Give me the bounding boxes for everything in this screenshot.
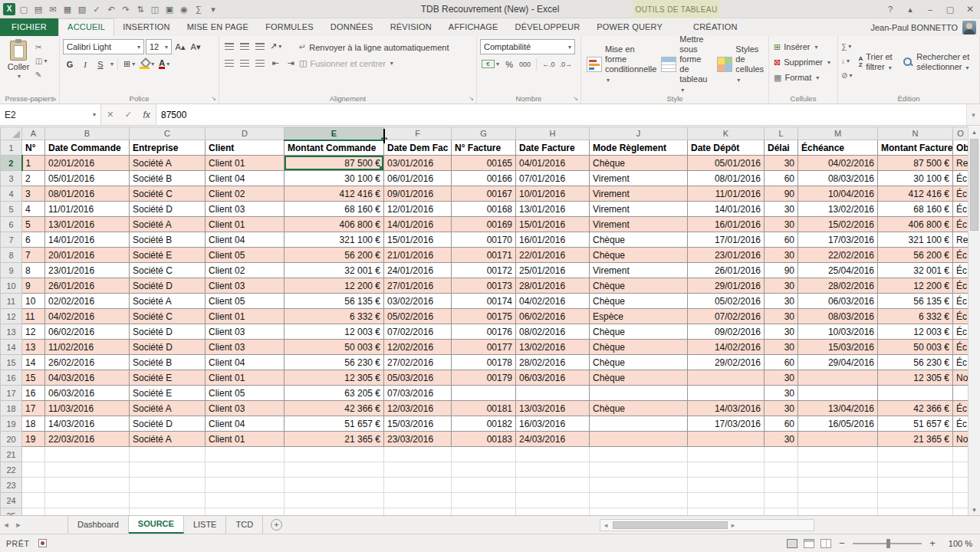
- increase-decimal-button[interactable]: ←.0: [541, 57, 557, 71]
- cell-O23[interactable]: [953, 478, 968, 493]
- cell-H15[interactable]: 28/02/2016: [516, 355, 590, 370]
- form-icon[interactable]: ▣: [163, 3, 176, 15]
- cell-C6[interactable]: Société A: [130, 217, 206, 232]
- row-header-12[interactable]: 12: [1, 309, 22, 324]
- cell-M17[interactable]: [798, 386, 878, 401]
- cell-C7[interactable]: Société B: [130, 232, 206, 248]
- cell-N19[interactable]: 51 657 €: [878, 416, 953, 432]
- cell-D18[interactable]: Client 03: [206, 401, 284, 416]
- cell-K1[interactable]: Date Dépôt: [688, 140, 765, 156]
- cell-F3[interactable]: 06/01/2016: [384, 171, 452, 186]
- cell-O3[interactable]: Éc: [953, 171, 968, 186]
- cell-J7[interactable]: Chèque: [590, 232, 688, 248]
- cell-D7[interactable]: Client 04: [206, 232, 284, 248]
- cell-F12[interactable]: 05/02/2016: [384, 309, 452, 324]
- cell-D24[interactable]: [206, 493, 284, 508]
- sheet-tab-tcd[interactable]: TCD: [226, 516, 263, 534]
- align-bottom-button[interactable]: [253, 39, 267, 54]
- grow-font-button[interactable]: A▴: [173, 40, 187, 54]
- cell-J23[interactable]: [590, 478, 688, 493]
- row-header-10[interactable]: 10: [1, 278, 22, 294]
- column-header-C[interactable]: C: [130, 127, 206, 140]
- cell-G13[interactable]: 00176: [452, 324, 516, 340]
- cell-K23[interactable]: [688, 478, 765, 493]
- new-sheet-button[interactable]: +: [271, 519, 282, 531]
- column-header-O[interactable]: O: [953, 127, 968, 140]
- sheet-tab-dashboard[interactable]: Dashboard: [67, 516, 129, 534]
- cell-L9[interactable]: 90: [765, 263, 798, 278]
- column-header-N[interactable]: N: [878, 127, 953, 140]
- cell-M23[interactable]: [798, 478, 878, 493]
- help-button[interactable]: ?: [880, 0, 900, 18]
- row-header-13[interactable]: 13: [1, 324, 22, 340]
- cell-C5[interactable]: Société D: [130, 202, 206, 217]
- tab-formules[interactable]: FORMULES: [257, 18, 322, 36]
- cell-H17[interactable]: [516, 386, 590, 401]
- cell-M12[interactable]: 08/03/2016: [798, 309, 878, 324]
- row-header-3[interactable]: 3: [1, 171, 22, 186]
- cell-E2[interactable]: 87 500 €: [284, 156, 384, 171]
- cell-H16[interactable]: 06/03/2016: [516, 370, 590, 386]
- cell-N9[interactable]: 32 001 €: [878, 263, 953, 278]
- cell-J3[interactable]: Virement: [590, 171, 688, 186]
- comma-style-button[interactable]: 000: [518, 57, 532, 71]
- cell-E10[interactable]: 12 200 €: [284, 278, 384, 294]
- restore-button[interactable]: ▢: [940, 0, 960, 18]
- cell-H21[interactable]: [516, 447, 590, 462]
- italic-button[interactable]: I: [78, 57, 92, 71]
- cell-B3[interactable]: 05/01/2016: [45, 171, 130, 186]
- cell-C25[interactable]: [130, 508, 206, 516]
- cell-B10[interactable]: 26/01/2016: [45, 278, 130, 294]
- wrap-text-button[interactable]: ↵ Renvoyer à la ligne automatiquement: [299, 39, 449, 55]
- cell-G9[interactable]: 00172: [452, 263, 516, 278]
- cell-A25[interactable]: [22, 508, 45, 516]
- cell-F24[interactable]: [384, 493, 452, 508]
- cell-M2[interactable]: 04/02/2016: [798, 156, 878, 171]
- cell-G10[interactable]: 00173: [452, 278, 516, 294]
- cell-O19[interactable]: Éc: [953, 416, 968, 432]
- cell-J2[interactable]: Chèque: [590, 156, 688, 171]
- cell-J19[interactable]: [590, 416, 688, 432]
- merge-center-button[interactable]: ◫ Fusionner et centrer ▾: [299, 55, 449, 71]
- enter-button[interactable]: ✓: [125, 110, 132, 120]
- cell-L22[interactable]: [765, 462, 798, 478]
- cell-C12[interactable]: Société C: [130, 309, 206, 324]
- cell-B14[interactable]: 11/02/2016: [45, 340, 130, 355]
- row-header-5[interactable]: 5: [1, 202, 22, 217]
- cell-N20[interactable]: 21 365 €: [878, 432, 953, 447]
- zoom-in-button[interactable]: +: [928, 537, 937, 549]
- cell-M1[interactable]: Échéance: [798, 140, 878, 156]
- cell-J17[interactable]: [590, 386, 688, 401]
- row-header-17[interactable]: 17: [1, 386, 22, 401]
- cell-N21[interactable]: [878, 447, 953, 462]
- cell-E23[interactable]: [284, 478, 384, 493]
- autosum-button[interactable]: ∑▾: [841, 41, 853, 52]
- column-header-M[interactable]: M: [798, 127, 878, 140]
- qat-customize-icon[interactable]: ▾: [207, 3, 219, 15]
- cell-O21[interactable]: [953, 447, 968, 462]
- horizontal-scroll-thumb[interactable]: [613, 521, 728, 529]
- cell-G23[interactable]: [452, 478, 516, 493]
- cell-L23[interactable]: [765, 478, 798, 493]
- cell-F7[interactable]: 15/01/2016: [384, 232, 452, 248]
- cell-D8[interactable]: Client 05: [206, 248, 284, 263]
- copy-button[interactable]: ◫▾: [35, 55, 47, 67]
- horizontal-scrollbar[interactable]: ◂ ▸: [600, 519, 814, 531]
- cell-G4[interactable]: 00167: [452, 186, 516, 202]
- cell-H10[interactable]: 28/01/2016: [516, 278, 590, 294]
- row-header-15[interactable]: 15: [1, 355, 22, 370]
- cell-G17[interactable]: [452, 386, 516, 401]
- dialog-launcher-icon[interactable]: ↘: [211, 95, 216, 102]
- cell-A4[interactable]: 3: [22, 186, 45, 202]
- cell-O10[interactable]: Éc: [953, 278, 968, 294]
- row-header-18[interactable]: 18: [1, 401, 22, 416]
- cell-K14[interactable]: 14/02/2016: [688, 340, 765, 355]
- cell-F20[interactable]: 23/03/2016: [384, 432, 452, 447]
- cell-B15[interactable]: 26/02/2016: [45, 355, 130, 370]
- borders-button[interactable]: ⊞▾: [122, 57, 136, 71]
- cell-D25[interactable]: [206, 508, 284, 516]
- cell-A23[interactable]: [22, 478, 45, 493]
- cell-L13[interactable]: 30: [765, 324, 798, 340]
- zoom-slider[interactable]: [853, 543, 922, 544]
- cell-C9[interactable]: Société C: [130, 263, 206, 278]
